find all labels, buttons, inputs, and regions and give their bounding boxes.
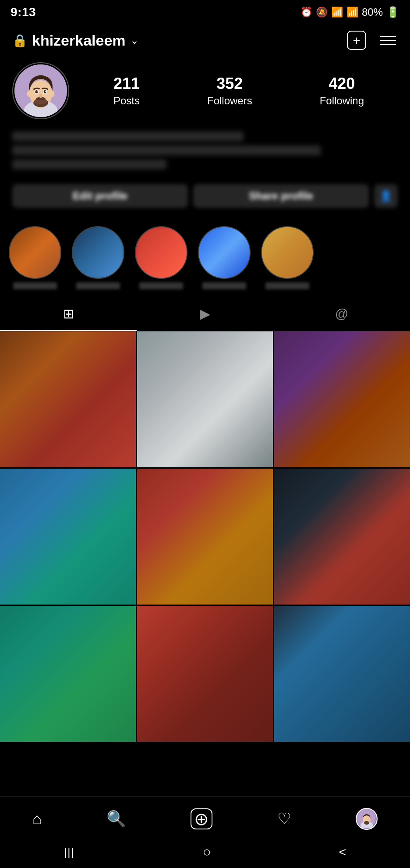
post-image-7: [0, 606, 136, 742]
share-profile-button[interactable]: Share profile: [193, 184, 369, 208]
post-cell-4[interactable]: [0, 469, 136, 605]
home-icon: ⌂: [32, 810, 42, 828]
highlight-label-2: [76, 282, 120, 289]
post-cell-6[interactable]: [274, 469, 410, 605]
menu-button[interactable]: [378, 34, 398, 47]
home-button[interactable]: ○: [202, 844, 211, 860]
tab-reels[interactable]: ▶: [137, 297, 273, 331]
battery-icon: 🔋: [386, 6, 399, 18]
chevron-down-icon[interactable]: ⌄: [130, 34, 139, 46]
add-icon: ⊕: [191, 808, 212, 829]
svg-point-14: [27, 91, 32, 97]
highlight-circle-1: [9, 226, 61, 279]
post-image-9: [274, 606, 410, 742]
profile-stats: 211 Posts 352 Followers 420 Following: [80, 75, 398, 107]
post-image-3: [274, 331, 410, 467]
tagged-icon: @: [335, 306, 348, 321]
svg-point-19: [364, 821, 369, 825]
lock-icon: 🔒: [12, 33, 28, 48]
profile-avatar-nav: [356, 808, 378, 830]
status-time: 9:13: [11, 5, 36, 19]
highlight-label-5: [265, 282, 309, 289]
add-content-button[interactable]: ＋: [345, 29, 368, 52]
posts-count: 211: [113, 75, 140, 93]
post-image-5: [137, 469, 273, 605]
username-area[interactable]: 🔒 khizerkaleem ⌄: [12, 32, 139, 49]
followers-count: 352: [216, 75, 243, 93]
status-icons: ⏰ 🔕 📶 📶 80% 🔋: [300, 6, 399, 18]
nav-actions: ＋: [345, 29, 398, 52]
following-count: 420: [329, 75, 355, 93]
posts-stat[interactable]: 211 Posts: [113, 75, 140, 107]
tab-grid[interactable]: ⊞: [0, 297, 137, 331]
signal-icon: 📶: [346, 7, 358, 18]
svg-point-13: [39, 94, 42, 98]
nav-items: ⌂ 🔍 ⊕ ♡: [0, 797, 410, 838]
highlight-label-1: [13, 282, 57, 289]
post-image-1: [0, 331, 136, 467]
post-cell-3[interactable]: [274, 331, 410, 467]
nav-add[interactable]: ⊕: [187, 805, 216, 833]
discover-people-button[interactable]: 👤: [374, 184, 398, 208]
highlight-circle-4: [198, 226, 251, 279]
post-image-6: [274, 469, 410, 605]
post-image-8: [137, 606, 273, 742]
svg-point-10: [44, 90, 46, 93]
profile-avatar-mini-svg: [358, 810, 375, 828]
highlight-label-4: [202, 282, 246, 289]
back-button[interactable]: <: [339, 845, 346, 859]
followers-stat[interactable]: 352 Followers: [207, 75, 252, 107]
highlight-4[interactable]: [198, 226, 251, 289]
system-nav: ||| ○ <: [0, 838, 410, 868]
following-stat[interactable]: 420 Following: [320, 75, 364, 107]
bottom-nav: ⌂ 🔍 ⊕ ♡ ||| ○ <: [0, 796, 410, 868]
highlight-circle-5: [261, 226, 314, 279]
post-cell-2[interactable]: [137, 331, 273, 467]
highlight-5[interactable]: [261, 226, 314, 289]
post-cell-5[interactable]: [137, 469, 273, 605]
reels-icon: ▶: [200, 306, 210, 321]
bio-line-1: [12, 132, 244, 141]
avatar-svg: [14, 64, 67, 117]
highlight-circle-3: [135, 226, 187, 279]
svg-point-15: [50, 91, 55, 97]
bio-line-3: [12, 160, 166, 169]
post-cell-1[interactable]: [0, 331, 136, 467]
posts-label: Posts: [113, 95, 140, 107]
battery-text: 80%: [362, 6, 383, 18]
content-tabs: ⊞ ▶ @: [0, 297, 410, 331]
highlight-label-3: [139, 282, 183, 289]
post-cell-7[interactable]: [0, 606, 136, 742]
silent-icon: 🔕: [316, 7, 328, 18]
post-image-2: [137, 331, 273, 467]
nav-home[interactable]: ⌂: [29, 806, 46, 832]
avatar-image: [14, 64, 67, 117]
svg-point-9: [35, 90, 38, 93]
followers-label: Followers: [207, 95, 252, 107]
recents-button[interactable]: |||: [64, 846, 75, 858]
alarm-icon: ⏰: [300, 7, 312, 18]
nav-activity[interactable]: ♡: [274, 806, 295, 832]
avatar-ring: [12, 62, 69, 119]
edit-profile-button[interactable]: Edit profile: [12, 184, 188, 208]
svg-point-11: [37, 91, 38, 92]
highlight-1[interactable]: [9, 226, 61, 289]
bio-line-2: [12, 146, 321, 155]
post-image-4: [0, 469, 136, 605]
post-cell-8[interactable]: [137, 606, 273, 742]
status-bar: 9:13 ⏰ 🔕 📶 📶 80% 🔋: [0, 0, 410, 23]
post-cell-9[interactable]: [274, 606, 410, 742]
hamburger-icon: [380, 36, 396, 45]
tab-tagged[interactable]: @: [273, 297, 410, 331]
nav-search[interactable]: 🔍: [103, 806, 130, 832]
nav-profile[interactable]: [352, 804, 381, 833]
heart-icon: ♡: [277, 810, 291, 828]
highlights-section: [0, 222, 410, 294]
highlight-circle-2: [72, 226, 124, 279]
grid-icon: ⊞: [63, 306, 74, 321]
highlight-2[interactable]: [72, 226, 124, 289]
add-square-icon: ＋: [347, 31, 366, 50]
top-nav: 🔒 khizerkaleem ⌄ ＋: [0, 23, 410, 58]
avatar-container[interactable]: [12, 62, 69, 119]
highlight-3[interactable]: [135, 226, 187, 289]
